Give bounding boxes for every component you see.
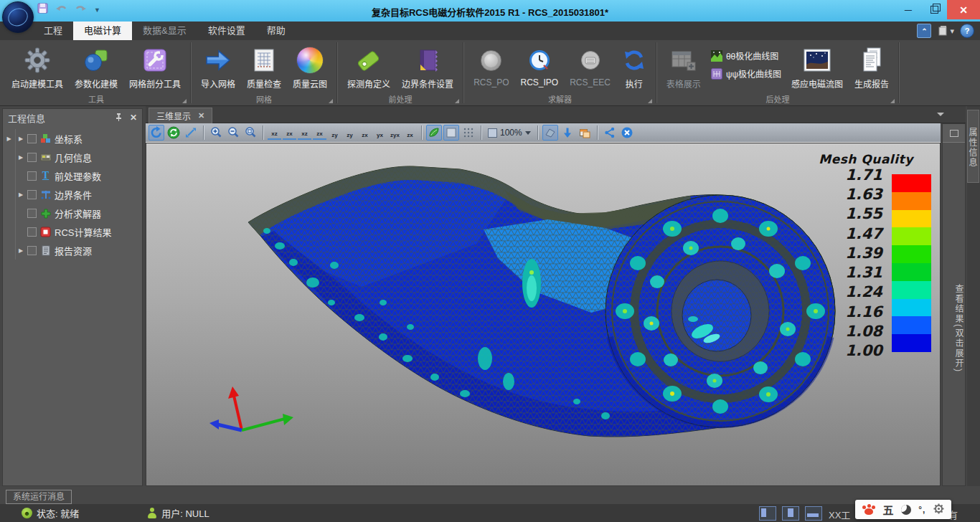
wireframe-mode-button[interactable]: [461, 125, 476, 141]
ime-logo-paw-icon[interactable]: [862, 504, 875, 516]
properties-tab[interactable]: 属性信息: [967, 110, 979, 183]
tree-item-rcs-results[interactable]: RCS计算结果: [3, 222, 142, 241]
ime-punctuation-icon[interactable]: °,: [918, 505, 925, 515]
ime-settings-gear-icon[interactable]: [933, 503, 944, 516]
help-icon[interactable]: ?: [960, 24, 974, 38]
checkbox[interactable]: [27, 134, 37, 143]
panel-close-icon[interactable]: ✕: [130, 113, 137, 123]
induced-current-button[interactable]: 感应电磁流图: [786, 42, 849, 91]
view-orientation-button-5[interactable]: zy: [328, 125, 341, 140]
undo-icon[interactable]: [55, 4, 67, 16]
launch-modeling-button[interactable]: 启动建模工具: [6, 42, 69, 91]
checkbox[interactable]: [27, 209, 37, 218]
group-expand-icon[interactable]: [182, 99, 187, 103]
window-style-button[interactable]: ▾: [937, 25, 954, 37]
psi-curve-button[interactable]: ψψ极化曲线图: [711, 67, 781, 80]
checkbox[interactable]: [27, 246, 37, 255]
view-orientation-button-7[interactable]: zx: [358, 125, 372, 140]
expand-icon[interactable]: ▶: [16, 247, 26, 254]
shaded-mode-button[interactable]: [426, 125, 442, 141]
layout-middle-button[interactable]: [782, 506, 799, 521]
meshing-tool-button[interactable]: 网格剖分工具: [123, 42, 187, 91]
menu-tab-em-compute[interactable]: 电磁计算: [73, 22, 132, 40]
menu-tab-project[interactable]: 工程: [33, 22, 73, 40]
view-orientation-button-4[interactable]: zx: [313, 125, 326, 140]
menu-tab-help[interactable]: 帮助: [256, 22, 296, 40]
tree-item-report-resources[interactable]: ▶ 报告资源: [3, 241, 142, 260]
view-orientation-button-8[interactable]: yx: [373, 125, 387, 140]
minimize-button[interactable]: ─: [895, 0, 921, 19]
zoom-level-control[interactable]: 100%: [486, 128, 533, 138]
pan-button[interactable]: [183, 125, 199, 141]
tree-item-boundary-conditions[interactable]: ▶ 边界条件: [3, 185, 142, 204]
qat-dropdown-icon[interactable]: ▼: [94, 6, 100, 14]
close-button[interactable]: ✕: [947, 0, 980, 19]
zoom-window-button[interactable]: [242, 125, 258, 141]
surface-mode-button[interactable]: [443, 125, 459, 141]
view-orientation-button-3[interactable]: xz: [298, 125, 311, 140]
tree-item-geometry-info[interactable]: ▶ 几何信息: [3, 148, 142, 166]
ime-halfwidth-moon-icon[interactable]: [901, 505, 911, 515]
import-mesh-button[interactable]: 导入网格: [195, 42, 241, 91]
share-view-button[interactable]: [602, 125, 618, 141]
table-show-button[interactable]: 表格展示: [661, 42, 707, 91]
checkbox[interactable]: [27, 190, 37, 199]
view-orientation-button-10[interactable]: zx: [403, 125, 417, 140]
view-orientation-button-6[interactable]: zy: [343, 125, 357, 140]
tab-list-dropdown-icon[interactable]: [937, 113, 944, 116]
expand-icon[interactable]: ▶: [16, 191, 26, 198]
group-expand-icon[interactable]: [890, 99, 895, 103]
checkbox[interactable]: [27, 227, 37, 237]
expand-icon[interactable]: ▶: [16, 136, 26, 142]
rotate-view-button[interactable]: [149, 125, 164, 141]
ime-input-mode[interactable]: 五: [883, 502, 894, 517]
menu-tab-settings[interactable]: 软件设置: [197, 22, 256, 40]
quality-check-button[interactable]: 质量检查: [241, 42, 287, 91]
view-orientation-button-9[interactable]: zyx: [388, 125, 402, 140]
view-orientation-button-2[interactable]: zx: [283, 125, 296, 140]
export-down-button[interactable]: [560, 125, 575, 141]
group-expand-icon[interactable]: [455, 99, 459, 103]
restore-button[interactable]: [921, 0, 947, 19]
parametric-modeling-button[interactable]: 参数化建模: [69, 42, 123, 91]
pin-icon[interactable]: [115, 113, 123, 123]
menu-tab-data-display[interactable]: 数据&显示: [132, 22, 197, 40]
generate-report-button[interactable]: 生成报告: [849, 42, 895, 91]
execute-button[interactable]: 执行: [616, 42, 652, 91]
zoom-in-button[interactable]: [208, 125, 224, 141]
detect-angle-button[interactable]: 探测角定义: [341, 42, 396, 91]
results-tab[interactable]: 查看结果(双击展开): [943, 264, 965, 393]
tab-3d-view[interactable]: 三维显示 ✕: [149, 108, 212, 123]
expand-icon[interactable]: ▶: [16, 154, 26, 161]
checkbox[interactable]: [27, 171, 37, 181]
zoom-dropdown-icon[interactable]: [525, 131, 531, 135]
redo-icon[interactable]: [75, 4, 87, 16]
tree-item-analysis-solver[interactable]: 分析求解器: [3, 204, 142, 222]
tab-close-icon[interactable]: ✕: [198, 111, 204, 120]
rcs-eec-button[interactable]: RCS_EEC: [564, 42, 616, 89]
fit-view-button[interactable]: [542, 125, 558, 141]
boundary-setting-button[interactable]: 边界条件设置: [396, 42, 459, 91]
quality-cloud-button[interactable]: 质量云图: [287, 42, 333, 91]
rcs-ipo-button[interactable]: RCS_IPO: [514, 42, 564, 89]
tree-item-coordinate-system[interactable]: ▶ ▶ 坐标系: [3, 129, 142, 148]
save-icon[interactable]: [37, 3, 48, 16]
tree-item-preprocess-params[interactable]: T 前处理参数: [3, 166, 142, 185]
copy-view-button[interactable]: [577, 125, 593, 141]
layout-bottom-button[interactable]: [805, 506, 822, 521]
cancel-button[interactable]: [619, 125, 635, 141]
system-messages-tab[interactable]: 系统运行消息: [6, 490, 72, 504]
theta-curve-button[interactable]: θθ极化曲线图: [711, 49, 781, 62]
app-logo[interactable]: [2, 1, 34, 33]
results-strip-header[interactable]: [943, 124, 965, 143]
viewport-3d[interactable]: Mesh Quality 1.711.63 1.551.47 1.391.31 …: [146, 143, 941, 486]
group-expand-icon[interactable]: [329, 99, 333, 103]
view-orientation-button-1[interactable]: xz: [268, 125, 281, 140]
refresh-view-button[interactable]: [166, 125, 182, 141]
checkbox[interactable]: [27, 153, 37, 162]
layout-left-button[interactable]: [759, 506, 776, 521]
group-expand-icon[interactable]: [648, 99, 652, 103]
rcs-po-button[interactable]: RCS_PO: [468, 42, 514, 89]
collapse-ribbon-button[interactable]: ⌃: [917, 24, 931, 38]
zoom-out-button[interactable]: [225, 125, 241, 141]
